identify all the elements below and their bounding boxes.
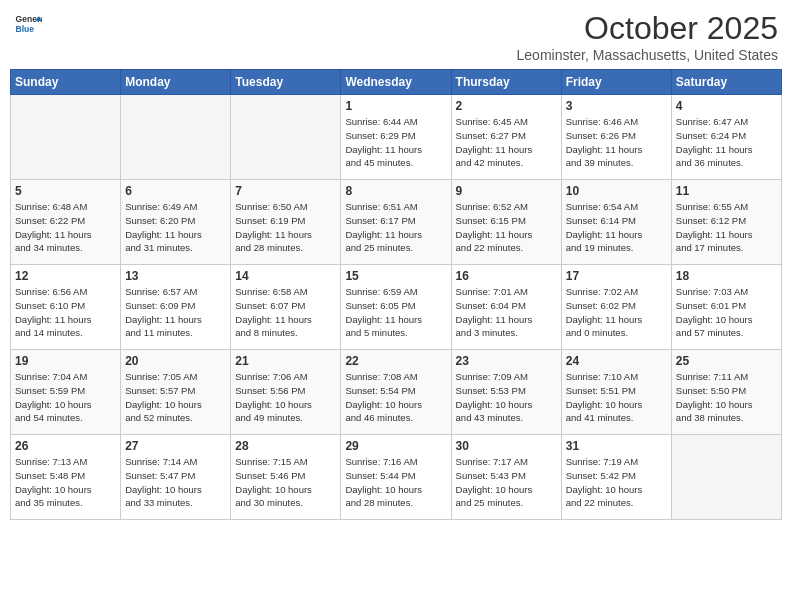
calendar-cell: 10Sunrise: 6:54 AM Sunset: 6:14 PM Dayli… (561, 180, 671, 265)
day-info: Sunrise: 6:55 AM Sunset: 6:12 PM Dayligh… (676, 200, 777, 255)
calendar-table: SundayMondayTuesdayWednesdayThursdayFrid… (10, 69, 782, 520)
calendar-cell: 15Sunrise: 6:59 AM Sunset: 6:05 PM Dayli… (341, 265, 451, 350)
calendar-cell (11, 95, 121, 180)
day-number: 11 (676, 184, 777, 198)
calendar-cell: 7Sunrise: 6:50 AM Sunset: 6:19 PM Daylig… (231, 180, 341, 265)
day-number: 19 (15, 354, 116, 368)
calendar-cell: 16Sunrise: 7:01 AM Sunset: 6:04 PM Dayli… (451, 265, 561, 350)
calendar-cell: 28Sunrise: 7:15 AM Sunset: 5:46 PM Dayli… (231, 435, 341, 520)
day-info: Sunrise: 6:45 AM Sunset: 6:27 PM Dayligh… (456, 115, 557, 170)
calendar-cell: 6Sunrise: 6:49 AM Sunset: 6:20 PM Daylig… (121, 180, 231, 265)
calendar-cell: 1Sunrise: 6:44 AM Sunset: 6:29 PM Daylig… (341, 95, 451, 180)
day-number: 14 (235, 269, 336, 283)
weekday-header-saturday: Saturday (671, 70, 781, 95)
day-info: Sunrise: 6:56 AM Sunset: 6:10 PM Dayligh… (15, 285, 116, 340)
day-info: Sunrise: 6:49 AM Sunset: 6:20 PM Dayligh… (125, 200, 226, 255)
day-info: Sunrise: 7:02 AM Sunset: 6:02 PM Dayligh… (566, 285, 667, 340)
day-info: Sunrise: 6:58 AM Sunset: 6:07 PM Dayligh… (235, 285, 336, 340)
day-info: Sunrise: 7:06 AM Sunset: 5:56 PM Dayligh… (235, 370, 336, 425)
day-number: 15 (345, 269, 446, 283)
calendar-cell: 31Sunrise: 7:19 AM Sunset: 5:42 PM Dayli… (561, 435, 671, 520)
weekday-header-tuesday: Tuesday (231, 70, 341, 95)
calendar-week-row: 1Sunrise: 6:44 AM Sunset: 6:29 PM Daylig… (11, 95, 782, 180)
day-info: Sunrise: 7:03 AM Sunset: 6:01 PM Dayligh… (676, 285, 777, 340)
day-info: Sunrise: 6:48 AM Sunset: 6:22 PM Dayligh… (15, 200, 116, 255)
day-number: 17 (566, 269, 667, 283)
calendar-cell: 17Sunrise: 7:02 AM Sunset: 6:02 PM Dayli… (561, 265, 671, 350)
day-info: Sunrise: 7:08 AM Sunset: 5:54 PM Dayligh… (345, 370, 446, 425)
day-number: 1 (345, 99, 446, 113)
calendar-cell (121, 95, 231, 180)
title-block: October 2025 Leominster, Massachusetts, … (517, 10, 778, 63)
calendar-cell: 27Sunrise: 7:14 AM Sunset: 5:47 PM Dayli… (121, 435, 231, 520)
calendar-cell: 29Sunrise: 7:16 AM Sunset: 5:44 PM Dayli… (341, 435, 451, 520)
calendar-cell: 21Sunrise: 7:06 AM Sunset: 5:56 PM Dayli… (231, 350, 341, 435)
day-info: Sunrise: 6:57 AM Sunset: 6:09 PM Dayligh… (125, 285, 226, 340)
calendar-cell: 19Sunrise: 7:04 AM Sunset: 5:59 PM Dayli… (11, 350, 121, 435)
day-number: 7 (235, 184, 336, 198)
day-number: 22 (345, 354, 446, 368)
day-info: Sunrise: 7:16 AM Sunset: 5:44 PM Dayligh… (345, 455, 446, 510)
weekday-header-friday: Friday (561, 70, 671, 95)
day-number: 8 (345, 184, 446, 198)
day-number: 2 (456, 99, 557, 113)
day-info: Sunrise: 6:46 AM Sunset: 6:26 PM Dayligh… (566, 115, 667, 170)
calendar-cell: 3Sunrise: 6:46 AM Sunset: 6:26 PM Daylig… (561, 95, 671, 180)
calendar-cell: 2Sunrise: 6:45 AM Sunset: 6:27 PM Daylig… (451, 95, 561, 180)
day-info: Sunrise: 6:54 AM Sunset: 6:14 PM Dayligh… (566, 200, 667, 255)
day-info: Sunrise: 7:15 AM Sunset: 5:46 PM Dayligh… (235, 455, 336, 510)
day-number: 27 (125, 439, 226, 453)
calendar-cell (231, 95, 341, 180)
day-number: 16 (456, 269, 557, 283)
day-info: Sunrise: 7:19 AM Sunset: 5:42 PM Dayligh… (566, 455, 667, 510)
location-subtitle: Leominster, Massachusetts, United States (517, 47, 778, 63)
calendar-cell: 18Sunrise: 7:03 AM Sunset: 6:01 PM Dayli… (671, 265, 781, 350)
day-number: 18 (676, 269, 777, 283)
day-number: 21 (235, 354, 336, 368)
day-number: 25 (676, 354, 777, 368)
day-number: 5 (15, 184, 116, 198)
page-header: General Blue October 2025 Leominster, Ma… (10, 10, 782, 63)
day-number: 26 (15, 439, 116, 453)
calendar-week-row: 5Sunrise: 6:48 AM Sunset: 6:22 PM Daylig… (11, 180, 782, 265)
day-info: Sunrise: 7:17 AM Sunset: 5:43 PM Dayligh… (456, 455, 557, 510)
day-info: Sunrise: 6:59 AM Sunset: 6:05 PM Dayligh… (345, 285, 446, 340)
day-number: 12 (15, 269, 116, 283)
calendar-cell: 13Sunrise: 6:57 AM Sunset: 6:09 PM Dayli… (121, 265, 231, 350)
day-info: Sunrise: 7:10 AM Sunset: 5:51 PM Dayligh… (566, 370, 667, 425)
day-number: 6 (125, 184, 226, 198)
calendar-week-row: 12Sunrise: 6:56 AM Sunset: 6:10 PM Dayli… (11, 265, 782, 350)
day-number: 23 (456, 354, 557, 368)
day-info: Sunrise: 6:50 AM Sunset: 6:19 PM Dayligh… (235, 200, 336, 255)
day-info: Sunrise: 7:01 AM Sunset: 6:04 PM Dayligh… (456, 285, 557, 340)
calendar-cell: 8Sunrise: 6:51 AM Sunset: 6:17 PM Daylig… (341, 180, 451, 265)
calendar-cell: 24Sunrise: 7:10 AM Sunset: 5:51 PM Dayli… (561, 350, 671, 435)
calendar-cell: 4Sunrise: 6:47 AM Sunset: 6:24 PM Daylig… (671, 95, 781, 180)
day-info: Sunrise: 7:09 AM Sunset: 5:53 PM Dayligh… (456, 370, 557, 425)
calendar-cell: 20Sunrise: 7:05 AM Sunset: 5:57 PM Dayli… (121, 350, 231, 435)
day-info: Sunrise: 6:52 AM Sunset: 6:15 PM Dayligh… (456, 200, 557, 255)
calendar-cell: 25Sunrise: 7:11 AM Sunset: 5:50 PM Dayli… (671, 350, 781, 435)
day-info: Sunrise: 7:04 AM Sunset: 5:59 PM Dayligh… (15, 370, 116, 425)
weekday-header-thursday: Thursday (451, 70, 561, 95)
calendar-week-row: 19Sunrise: 7:04 AM Sunset: 5:59 PM Dayli… (11, 350, 782, 435)
day-info: Sunrise: 6:47 AM Sunset: 6:24 PM Dayligh… (676, 115, 777, 170)
day-number: 3 (566, 99, 667, 113)
weekday-header-monday: Monday (121, 70, 231, 95)
day-info: Sunrise: 7:05 AM Sunset: 5:57 PM Dayligh… (125, 370, 226, 425)
day-number: 9 (456, 184, 557, 198)
calendar-cell: 22Sunrise: 7:08 AM Sunset: 5:54 PM Dayli… (341, 350, 451, 435)
calendar-cell: 12Sunrise: 6:56 AM Sunset: 6:10 PM Dayli… (11, 265, 121, 350)
day-number: 13 (125, 269, 226, 283)
month-title: October 2025 (517, 10, 778, 47)
day-info: Sunrise: 7:14 AM Sunset: 5:47 PM Dayligh… (125, 455, 226, 510)
day-number: 20 (125, 354, 226, 368)
calendar-cell (671, 435, 781, 520)
day-number: 10 (566, 184, 667, 198)
logo-icon: General Blue (14, 10, 42, 38)
day-number: 31 (566, 439, 667, 453)
calendar-cell: 26Sunrise: 7:13 AM Sunset: 5:48 PM Dayli… (11, 435, 121, 520)
day-number: 29 (345, 439, 446, 453)
calendar-cell: 9Sunrise: 6:52 AM Sunset: 6:15 PM Daylig… (451, 180, 561, 265)
day-info: Sunrise: 6:51 AM Sunset: 6:17 PM Dayligh… (345, 200, 446, 255)
